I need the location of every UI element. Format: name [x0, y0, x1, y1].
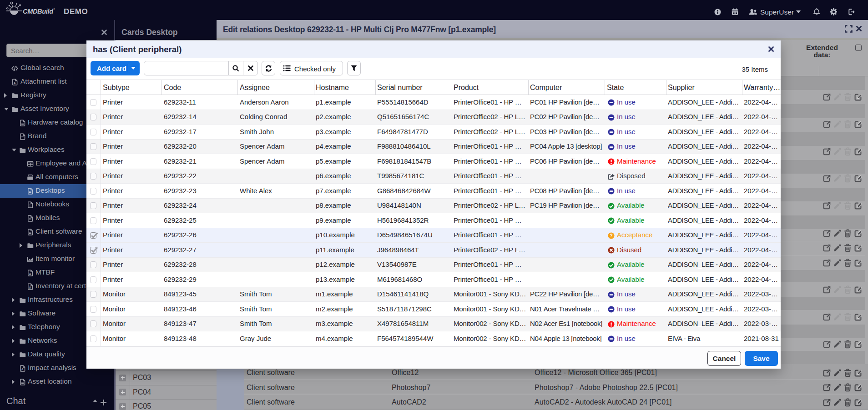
svg-text:A: A	[29, 272, 31, 275]
svg-text:A: A	[14, 81, 16, 85]
svg-text:A: A	[21, 368, 24, 371]
svg-text:?: ?	[610, 233, 612, 238]
svg-text:A: A	[29, 286, 31, 289]
